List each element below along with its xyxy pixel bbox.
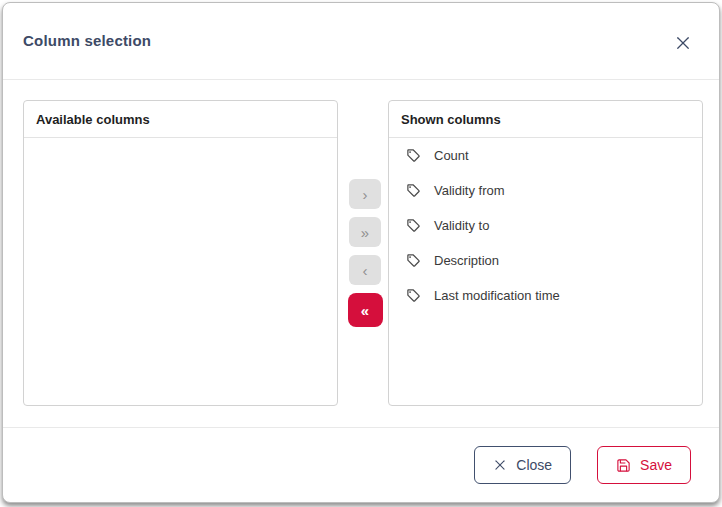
list-item-label: Last modification time <box>434 288 560 303</box>
x-icon <box>493 458 507 472</box>
list-item[interactable]: Validity from <box>389 173 702 208</box>
move-all-left-button[interactable]: « <box>348 293 383 327</box>
shown-columns-header: Shown columns <box>389 101 702 138</box>
move-all-right-button[interactable]: » <box>349 217 381 247</box>
dialog-title: Column selection <box>23 32 151 49</box>
save-button-label: Save <box>640 457 672 473</box>
list-item[interactable]: Validity to <box>389 208 702 243</box>
save-button[interactable]: Save <box>597 446 691 484</box>
move-right-button[interactable]: › <box>349 179 381 209</box>
available-columns-header: Available columns <box>24 101 337 138</box>
tag-icon <box>406 183 421 198</box>
floppy-disk-icon <box>616 458 631 473</box>
chevron-left-icon: ‹ <box>363 263 368 278</box>
tag-icon <box>406 148 421 163</box>
double-chevron-left-icon: « <box>361 303 369 318</box>
close-button-label: Close <box>516 457 552 473</box>
list-item-label: Validity from <box>434 183 505 198</box>
close-icon[interactable] <box>673 33 693 53</box>
list-item[interactable]: Count <box>389 138 702 173</box>
list-item[interactable]: Last modification time <box>389 278 702 313</box>
shown-columns-list: Count Validity from Validity to Descript… <box>389 138 702 313</box>
dialog-header: Column selection <box>3 3 719 80</box>
list-item[interactable]: Description <box>389 243 702 278</box>
list-item-label: Validity to <box>434 218 489 233</box>
chevron-right-icon: › <box>363 187 368 202</box>
shown-columns-panel: Shown columns Count Validity from Validi… <box>388 100 703 406</box>
close-button[interactable]: Close <box>474 446 571 484</box>
column-selection-dialog: Column selection Available columns › » ‹… <box>2 2 720 503</box>
tag-icon <box>406 253 421 268</box>
transfer-buttons: › » ‹ « <box>346 179 384 327</box>
tag-icon <box>406 218 421 233</box>
list-item-label: Description <box>434 253 499 268</box>
available-columns-panel: Available columns <box>23 100 338 406</box>
move-left-button[interactable]: ‹ <box>349 255 381 285</box>
tag-icon <box>406 288 421 303</box>
double-chevron-right-icon: » <box>361 225 369 240</box>
list-item-label: Count <box>434 148 469 163</box>
dialog-footer: Close Save <box>3 427 719 502</box>
